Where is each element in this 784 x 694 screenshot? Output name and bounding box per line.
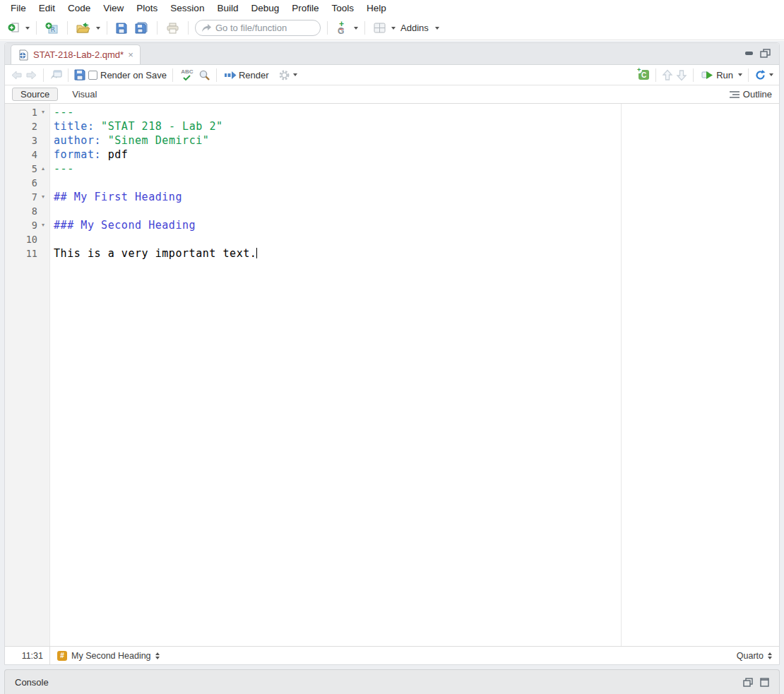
spellcheck-icon[interactable]: ABC <box>179 69 196 80</box>
code-line-6[interactable] <box>54 176 779 190</box>
menu-edit[interactable]: Edit <box>32 1 61 15</box>
new-project-button[interactable]: R <box>43 20 61 37</box>
divider <box>693 68 694 82</box>
maximize-pane-icon[interactable] <box>760 49 771 58</box>
fold-arrow-icon[interactable]: ▾ <box>37 222 49 229</box>
rerun-source-icon[interactable] <box>754 69 766 81</box>
menu-code[interactable]: Code <box>61 1 97 15</box>
go-previous-section-icon[interactable] <box>662 69 673 81</box>
cursor-position[interactable]: 11:31 <box>5 647 50 664</box>
gutter-line[interactable]: 11 <box>5 246 49 261</box>
gutter-line[interactable]: 3 <box>5 133 49 148</box>
gutter-line[interactable]: 4 <box>5 148 49 162</box>
gutter-line[interactable]: 2 <box>5 119 49 133</box>
menu-profile[interactable]: Profile <box>285 1 325 15</box>
render-settings-gear-icon[interactable] <box>278 69 290 81</box>
menu-view[interactable]: View <box>97 1 130 15</box>
menu-debug[interactable]: Debug <box>244 1 285 15</box>
gutter-line[interactable]: 6 <box>5 176 49 190</box>
save-icon[interactable] <box>74 69 85 80</box>
language-mode-selector[interactable]: Quarto <box>737 651 779 661</box>
code-line-11[interactable]: This is a very important text. <box>54 246 779 261</box>
menu-help[interactable]: Help <box>360 1 393 15</box>
open-file-caret[interactable] <box>96 27 100 30</box>
menu-session[interactable]: Session <box>164 1 210 15</box>
fold-arrow-icon[interactable]: ▾ <box>37 193 49 201</box>
gutter-line[interactable]: 10 <box>5 232 49 246</box>
language-mode-label: Quarto <box>737 651 764 661</box>
section-navigator[interactable]: # My Second Heading <box>50 651 160 661</box>
line-number: 4 <box>5 149 37 160</box>
outline-button[interactable]: Outline <box>730 89 772 100</box>
gutter-line[interactable]: 7▾ <box>5 190 49 204</box>
code-editor[interactable]: 1▾2345▴67▾89▾1011 ---title: "STAT 218 - … <box>5 104 779 646</box>
code-line-10[interactable] <box>54 232 779 246</box>
save-all-button[interactable] <box>133 20 150 36</box>
code-line-5[interactable]: --- <box>54 162 779 176</box>
code-line-3[interactable]: author: "Sinem Demirci" <box>54 133 779 148</box>
print-button[interactable] <box>164 20 182 36</box>
fold-arrow-icon[interactable]: ▾ <box>37 109 49 116</box>
code-line-7[interactable]: ## My First Heading <box>54 190 779 204</box>
version-control-caret[interactable] <box>354 27 358 30</box>
gutter-line[interactable]: 9▾ <box>5 218 49 232</box>
menu-file[interactable]: File <box>4 1 32 15</box>
insert-chunk-button[interactable]: C + <box>637 69 650 80</box>
section-stepper-icon <box>155 652 160 659</box>
run-caret[interactable] <box>738 73 742 76</box>
code-line-9[interactable]: ### My Second Heading <box>54 218 779 232</box>
git-icon: +−G <box>336 22 348 35</box>
addins-caret[interactable] <box>435 27 439 30</box>
menu-plots[interactable]: Plots <box>130 1 164 15</box>
run-button[interactable]: Run <box>699 68 735 83</box>
line-number: 8 <box>5 205 37 217</box>
save-button[interactable] <box>114 20 129 36</box>
render-button[interactable]: Render <box>222 68 271 83</box>
open-in-window-icon[interactable] <box>49 70 62 80</box>
console-pane: Console <box>4 669 780 694</box>
new-file-caret[interactable] <box>25 27 30 30</box>
divider <box>107 21 107 35</box>
version-control-button[interactable]: +−G <box>334 20 350 37</box>
menu-tools[interactable]: Tools <box>325 1 360 15</box>
gutter-line[interactable]: 5▴ <box>5 162 49 176</box>
addins-button[interactable]: Addins <box>400 23 429 33</box>
render-settings-caret[interactable] <box>293 73 297 76</box>
editor-status-bar: 11:31 # My Second Heading Quarto <box>5 646 779 664</box>
goto-file-input[interactable] <box>215 23 307 33</box>
document-tab[interactable]: STAT-218-Lab-2.qmd* × <box>11 44 141 64</box>
save-icon <box>116 23 127 34</box>
language-stepper-icon <box>768 652 772 659</box>
render-on-save-checkbox[interactable] <box>88 71 97 80</box>
console-maximize-icon[interactable] <box>760 678 769 687</box>
fold-arrow-icon[interactable]: ▴ <box>37 165 49 172</box>
line-number: 6 <box>5 177 37 189</box>
code-line-2[interactable]: title: "STAT 218 - Lab 2" <box>54 119 779 133</box>
open-file-button[interactable] <box>74 20 93 36</box>
forward-icon[interactable] <box>25 70 37 80</box>
gutter-line[interactable]: 1▾ <box>5 105 49 119</box>
go-next-section-icon[interactable] <box>676 69 687 81</box>
rerun-source-caret[interactable] <box>769 73 773 76</box>
workspace-panes-caret[interactable] <box>391 27 396 30</box>
tab-close-icon[interactable]: × <box>128 52 133 59</box>
code-line-4[interactable]: format: pdf <box>54 148 779 162</box>
menu-build[interactable]: Build <box>210 1 244 15</box>
minimize-pane-icon[interactable] <box>745 52 753 55</box>
console-restore-icon[interactable] <box>743 678 754 687</box>
mode-bar: Source Visual Outline <box>5 85 779 104</box>
code-line-1[interactable]: --- <box>54 105 779 119</box>
goto-file-box[interactable] <box>195 20 321 36</box>
gutter-line[interactable]: 8 <box>5 204 49 218</box>
mode-visual-button[interactable]: Visual <box>68 88 101 100</box>
mode-source-button[interactable]: Source <box>12 88 58 101</box>
workspace-panes-button[interactable] <box>372 20 388 35</box>
line-number: 1 <box>5 107 37 118</box>
code-column[interactable]: ---title: "STAT 218 - Lab 2"author: "Sin… <box>50 104 779 646</box>
panes-icon <box>374 23 386 33</box>
code-line-8[interactable] <box>54 204 779 218</box>
print-margin-line <box>621 104 622 646</box>
find-replace-icon[interactable] <box>198 69 210 81</box>
back-icon[interactable] <box>11 70 23 80</box>
new-file-button[interactable] <box>6 20 22 36</box>
